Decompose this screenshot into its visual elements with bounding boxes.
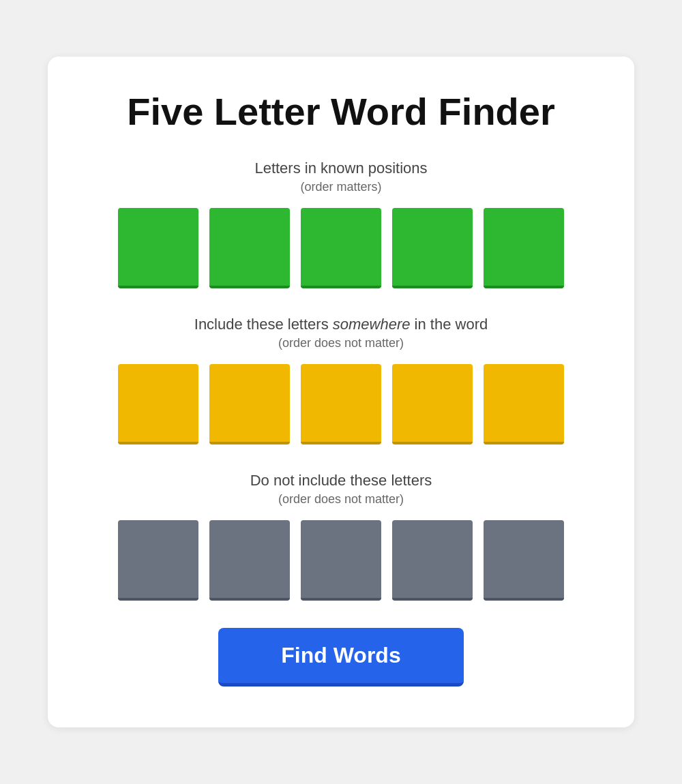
known-positions-label: Letters in known positions	[89, 160, 593, 177]
known-tile-3[interactable]	[301, 208, 381, 288]
exclude-tile-1[interactable]	[118, 520, 198, 601]
include-letters-section: Include these letters somewhere in the w…	[89, 316, 593, 444]
include-tile-3[interactable]	[301, 364, 381, 444]
main-card: Five Letter Word Finder Letters in known…	[48, 57, 634, 728]
known-positions-section: Letters in known positions (order matter…	[89, 160, 593, 288]
include-letters-tiles	[89, 364, 593, 444]
include-tile-5[interactable]	[484, 364, 564, 444]
exclude-tile-3[interactable]	[301, 520, 381, 601]
exclude-tile-5[interactable]	[484, 520, 564, 601]
exclude-letters-sublabel: (order does not matter)	[89, 492, 593, 507]
include-label-post: in the word	[411, 316, 488, 333]
known-tile-2[interactable]	[209, 208, 290, 288]
include-tile-2[interactable]	[209, 364, 290, 444]
known-tile-4[interactable]	[392, 208, 473, 288]
exclude-letters-section: Do not include these letters (order does…	[89, 472, 593, 601]
known-positions-tiles	[89, 208, 593, 288]
include-letters-label: Include these letters somewhere in the w…	[89, 316, 593, 333]
exclude-letters-label: Do not include these letters	[89, 472, 593, 489]
exclude-tile-2[interactable]	[209, 520, 290, 601]
include-letters-sublabel: (order does not matter)	[89, 336, 593, 350]
exclude-tile-4[interactable]	[392, 520, 473, 601]
include-label-em: somewhere	[333, 316, 411, 333]
page-title: Five Letter Word Finder	[89, 91, 593, 133]
exclude-letters-tiles	[89, 520, 593, 601]
known-tile-5[interactable]	[484, 208, 564, 288]
include-tile-1[interactable]	[118, 364, 198, 444]
include-tile-4[interactable]	[392, 364, 473, 444]
known-tile-1[interactable]	[118, 208, 198, 288]
known-positions-sublabel: (order matters)	[89, 180, 593, 194]
find-words-button[interactable]: Find Words	[218, 628, 464, 687]
include-label-pre: Include these letters	[194, 316, 333, 333]
